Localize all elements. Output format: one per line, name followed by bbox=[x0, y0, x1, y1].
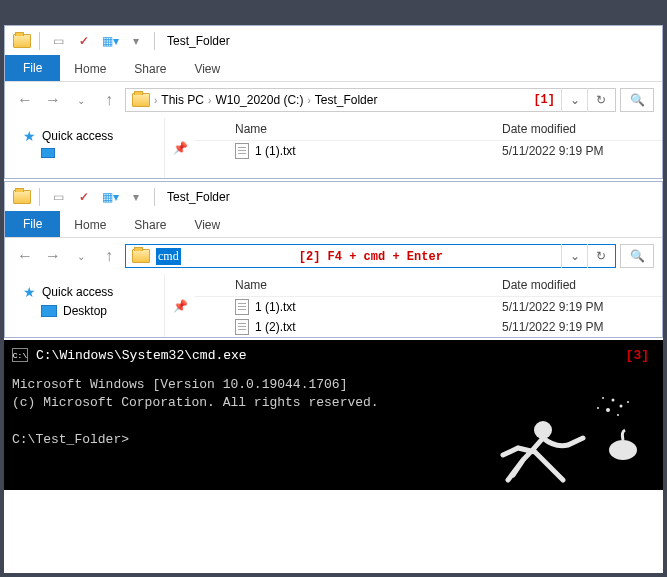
column-header-date[interactable]: Date modified bbox=[502, 122, 662, 136]
svg-point-8 bbox=[609, 440, 637, 460]
file-name: 1 (1).txt bbox=[255, 144, 296, 158]
search-input[interactable]: 🔍 bbox=[620, 244, 654, 268]
cmd-window: C:\ C:\Windows\System32\cmd.exe [3] Micr… bbox=[4, 340, 663, 490]
column-header-name[interactable]: Name bbox=[195, 122, 502, 136]
svg-point-0 bbox=[606, 408, 610, 412]
sidebar-item-desktop[interactable] bbox=[5, 146, 164, 160]
ribbon-tabs: File Home Share View bbox=[5, 212, 662, 238]
column-header-name[interactable]: Name bbox=[195, 278, 502, 292]
svg-point-1 bbox=[612, 399, 615, 402]
address-input-text[interactable]: cmd bbox=[156, 248, 181, 265]
separator bbox=[154, 188, 155, 206]
file-name: 1 (2).txt bbox=[255, 320, 296, 334]
up-button[interactable]: ↑ bbox=[97, 244, 121, 268]
file-date: 5/11/2022 9:19 PM bbox=[502, 144, 662, 158]
breadcrumb[interactable]: W10_2020d (C:) bbox=[211, 93, 307, 107]
desktop-icon bbox=[41, 305, 57, 317]
history-dropdown[interactable]: ⌄ bbox=[69, 244, 93, 268]
refresh-button[interactable]: ↻ bbox=[587, 88, 613, 112]
running-figure-art bbox=[473, 380, 643, 490]
svg-point-4 bbox=[597, 407, 599, 409]
svg-point-3 bbox=[602, 397, 604, 399]
file-list: Name Date modified 1 (1).txt 5/11/2022 9… bbox=[195, 118, 662, 178]
svg-point-2 bbox=[620, 405, 623, 408]
separator bbox=[39, 188, 40, 206]
tab-view[interactable]: View bbox=[180, 57, 234, 81]
annotation-3: [3] bbox=[626, 348, 649, 363]
separator bbox=[39, 32, 40, 50]
back-button[interactable]: ← bbox=[13, 88, 37, 112]
sidebar-item-label: Desktop bbox=[63, 304, 107, 318]
search-input[interactable]: 🔍 bbox=[620, 88, 654, 112]
nav-pane: ★Quick access Desktop bbox=[5, 274, 165, 337]
sidebar-item-label: Quick access bbox=[42, 285, 113, 299]
file-row[interactable]: 1 (1).txt 5/11/2022 9:19 PM bbox=[195, 141, 662, 161]
file-row[interactable]: 1 (1).txt 5/11/2022 9:19 PM bbox=[195, 297, 662, 317]
folder-icon bbox=[13, 190, 31, 204]
svg-point-5 bbox=[617, 414, 619, 416]
text-file-icon bbox=[235, 143, 249, 159]
star-icon: ★ bbox=[23, 128, 36, 144]
sidebar-item-quick-access[interactable]: ★Quick access bbox=[5, 282, 164, 302]
desktop-icon bbox=[41, 148, 55, 158]
breadcrumb[interactable]: This PC bbox=[157, 93, 208, 107]
pin-column: 📌 bbox=[165, 274, 195, 337]
titlebar: ▭ ✓ ▦▾ ▾ Test_Folder bbox=[5, 182, 662, 212]
qat-dropdown-icon[interactable]: ▾ bbox=[126, 31, 146, 51]
tab-share[interactable]: Share bbox=[120, 213, 180, 237]
pin-column: 📌 bbox=[165, 118, 195, 178]
address-bar[interactable]: › This PC › W10_2020d (C:) › Test_Folder… bbox=[125, 88, 616, 112]
annotation-2: [2] F4 + cmd + Enter bbox=[299, 250, 443, 264]
file-name: 1 (1).txt bbox=[255, 300, 296, 314]
annotation-1: [1] bbox=[533, 93, 555, 107]
tab-view[interactable]: View bbox=[180, 213, 234, 237]
folder-icon bbox=[132, 249, 150, 263]
explorer-window-1: ▭ ✓ ▦▾ ▾ Test_Folder File Home Share Vie… bbox=[4, 25, 663, 179]
address-dropdown-icon[interactable]: ⌄ bbox=[561, 244, 587, 268]
breadcrumb[interactable]: Test_Folder bbox=[311, 93, 382, 107]
file-row[interactable]: 1 (2).txt 5/11/2022 9:19 PM bbox=[195, 317, 662, 337]
forward-button[interactable]: → bbox=[41, 244, 65, 268]
sidebar-item-label: Quick access bbox=[42, 129, 113, 143]
navbar: ← → ⌄ ↑ cmd [2] F4 + cmd + Enter ⌄ ↻ 🔍 bbox=[5, 238, 662, 274]
cmd-icon: C:\ bbox=[12, 348, 28, 362]
qat-properties-icon[interactable]: ▭ bbox=[48, 31, 68, 51]
address-bar[interactable]: cmd [2] F4 + cmd + Enter ⌄ ↻ bbox=[125, 244, 616, 268]
file-date: 5/11/2022 9:19 PM bbox=[502, 320, 662, 334]
window-title: Test_Folder bbox=[167, 190, 230, 204]
qat-dropdown-icon[interactable]: ▾ bbox=[126, 187, 146, 207]
sidebar-item-desktop[interactable]: Desktop bbox=[5, 302, 164, 320]
folder-icon bbox=[132, 93, 150, 107]
ribbon-tabs: File Home Share View bbox=[5, 56, 662, 82]
history-dropdown[interactable]: ⌄ bbox=[69, 88, 93, 112]
forward-button[interactable]: → bbox=[41, 88, 65, 112]
svg-point-6 bbox=[627, 401, 629, 403]
tab-share[interactable]: Share bbox=[120, 57, 180, 81]
qat-view-icon[interactable]: ▦▾ bbox=[100, 187, 120, 207]
qat-view-icon[interactable]: ▦▾ bbox=[100, 31, 120, 51]
tab-home[interactable]: Home bbox=[60, 213, 120, 237]
refresh-button[interactable]: ↻ bbox=[587, 244, 613, 268]
file-date: 5/11/2022 9:19 PM bbox=[502, 300, 662, 314]
nav-pane: ★Quick access bbox=[5, 118, 165, 178]
window-title: Test_Folder bbox=[167, 34, 230, 48]
qat-properties-icon[interactable]: ▭ bbox=[48, 187, 68, 207]
cmd-titlebar: C:\ C:\Windows\System32\cmd.exe [3] bbox=[4, 340, 663, 370]
sidebar-item-quick-access[interactable]: ★Quick access bbox=[5, 126, 164, 146]
address-dropdown-icon[interactable]: ⌄ bbox=[561, 88, 587, 112]
file-list: Name Date modified 1 (1).txt 5/11/2022 9… bbox=[195, 274, 662, 337]
text-file-icon bbox=[235, 299, 249, 315]
tab-home[interactable]: Home bbox=[60, 57, 120, 81]
up-button[interactable]: ↑ bbox=[97, 88, 121, 112]
separator bbox=[154, 32, 155, 50]
column-header-date[interactable]: Date modified bbox=[502, 278, 662, 292]
back-button[interactable]: ← bbox=[13, 244, 37, 268]
tab-file[interactable]: File bbox=[5, 211, 60, 237]
explorer-window-2: ▭ ✓ ▦▾ ▾ Test_Folder File Home Share Vie… bbox=[4, 181, 663, 338]
titlebar: ▭ ✓ ▦▾ ▾ Test_Folder bbox=[5, 26, 662, 56]
cmd-output[interactable]: Microsoft Windows [Version 10.0.19044.17… bbox=[4, 370, 663, 490]
qat-check-icon[interactable]: ✓ bbox=[74, 187, 94, 207]
tab-file[interactable]: File bbox=[5, 55, 60, 81]
navbar: ← → ⌄ ↑ › This PC › W10_2020d (C:) › Tes… bbox=[5, 82, 662, 118]
qat-check-icon[interactable]: ✓ bbox=[74, 31, 94, 51]
